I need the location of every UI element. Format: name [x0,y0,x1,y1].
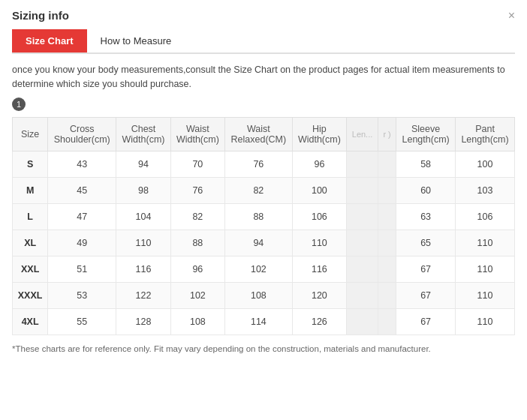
cell-chest-width: 104 [116,203,170,230]
modal-header: Sizing info × [12,9,515,22]
cell-r [378,282,396,308]
footnote-text: *These charts are for reference only. Fi… [12,343,515,356]
cell-hip-width: 116 [292,256,346,282]
cell-pant-length: 110 [456,308,515,334]
cell-chest-width: 122 [116,282,170,308]
cell-hip-width: 126 [292,308,346,334]
sizing-modal: Sizing info × Size Chart How to Measure … [0,0,527,368]
cell-waist-width: 108 [170,308,224,334]
cell-size: XXL [13,256,48,282]
cell-waist-width: 82 [170,203,224,230]
cell-waist-relaxed: 94 [225,230,293,256]
cell-waist-width: 102 [170,282,224,308]
col-hip-width: HipWidth(cm) [292,117,346,151]
cell-waist-relaxed: 108 [225,282,293,308]
modal-title: Sizing info [12,9,69,22]
cell-pant-length: 100 [456,151,515,177]
cell-len [347,308,378,334]
cell-size: 4XL [13,308,48,334]
cell-chest-width: 110 [116,230,170,256]
cell-sleeve-length: 65 [396,230,456,256]
cell-waist-width: 76 [170,177,224,203]
table-row: S 43 94 70 76 96 58 100 [13,151,515,177]
cell-len [347,282,378,308]
cell-pant-length: 110 [456,230,515,256]
cell-cross-shoulder: 51 [48,256,116,282]
cell-sleeve-length: 67 [396,256,456,282]
table-row: XXL 51 116 96 102 116 67 110 [13,256,515,282]
cell-r [378,177,396,203]
col-len: Len... [347,117,378,151]
cell-sleeve-length: 58 [396,151,456,177]
cell-chest-width: 128 [116,308,170,334]
cell-cross-shoulder: 49 [48,230,116,256]
cell-len [347,230,378,256]
col-waist-relaxed: WaistRelaxed(CM) [225,117,293,151]
size-table-wrapper: Size CrossShoulder(cm) ChestWidth(cm) Wa… [12,117,515,335]
cell-r [378,308,396,334]
cell-r [378,256,396,282]
col-pant-length: PantLength(cm) [456,117,515,151]
cell-pant-length: 106 [456,203,515,230]
cell-len [347,256,378,282]
cell-size: XL [13,230,48,256]
cell-hip-width: 120 [292,282,346,308]
cell-waist-relaxed: 114 [225,308,293,334]
cell-hip-width: 96 [292,151,346,177]
col-sleeve-length: SleeveLength(cm) [396,117,456,151]
cell-hip-width: 110 [292,230,346,256]
step-indicator: 1 [12,98,26,111]
cell-pant-length: 110 [456,282,515,308]
cell-len [347,203,378,230]
close-button[interactable]: × [508,10,515,22]
cell-size: XXXL [13,282,48,308]
col-r: r ) [378,117,396,151]
cell-r [378,151,396,177]
table-row: XXXL 53 122 102 108 120 67 110 [13,282,515,308]
cell-waist-width: 88 [170,230,224,256]
tab-size-chart[interactable]: Size Chart [12,29,87,52]
cell-pant-length: 110 [456,256,515,282]
tab-bar: Size Chart How to Measure [12,29,515,54]
cell-cross-shoulder: 47 [48,203,116,230]
cell-waist-relaxed: 102 [225,256,293,282]
cell-sleeve-length: 60 [396,177,456,203]
cell-len [347,151,378,177]
tab-how-to-measure[interactable]: How to Measure [87,29,185,52]
table-row: M 45 98 76 82 100 60 103 [13,177,515,203]
col-size: Size [13,117,48,151]
cell-len [347,177,378,203]
cell-size: L [13,203,48,230]
cell-cross-shoulder: 45 [48,177,116,203]
table-header: Size CrossShoulder(cm) ChestWidth(cm) Wa… [13,117,515,151]
size-table: Size CrossShoulder(cm) ChestWidth(cm) Wa… [12,117,515,335]
cell-sleeve-length: 63 [396,203,456,230]
cell-chest-width: 98 [116,177,170,203]
cell-waist-relaxed: 76 [225,151,293,177]
cell-r [378,203,396,230]
col-chest-width: ChestWidth(cm) [116,117,170,151]
cell-waist-width: 70 [170,151,224,177]
table-row: 4XL 55 128 108 114 126 67 110 [13,308,515,334]
cell-cross-shoulder: 55 [48,308,116,334]
cell-size: M [13,177,48,203]
col-waist-width: WaistWidth(cm) [170,117,224,151]
cell-chest-width: 94 [116,151,170,177]
cell-chest-width: 116 [116,256,170,282]
cell-waist-relaxed: 88 [225,203,293,230]
table-row: L 47 104 82 88 106 63 106 [13,203,515,230]
cell-waist-relaxed: 82 [225,177,293,203]
col-cross-shoulder: CrossShoulder(cm) [48,117,116,151]
cell-sleeve-length: 67 [396,282,456,308]
cell-sleeve-length: 67 [396,308,456,334]
cell-hip-width: 100 [292,177,346,203]
cell-hip-width: 106 [292,203,346,230]
cell-size: S [13,151,48,177]
cell-r [378,230,396,256]
cell-cross-shoulder: 53 [48,282,116,308]
description-text: once you know your body measurements,con… [12,63,515,92]
cell-waist-width: 96 [170,256,224,282]
cell-pant-length: 103 [456,177,515,203]
table-body: S 43 94 70 76 96 58 100 M 45 98 76 82 [13,151,515,334]
cell-cross-shoulder: 43 [48,151,116,177]
